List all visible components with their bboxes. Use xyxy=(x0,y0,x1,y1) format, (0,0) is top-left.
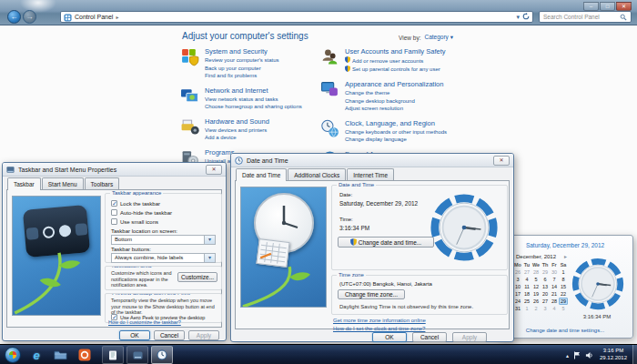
datetime-dialog-tab-additional-clocks[interactable]: Additional Clocks xyxy=(288,168,346,180)
cp-link-adjust-screen-resolution[interactable]: Adjust screen resolution xyxy=(345,105,443,113)
checkbox-lock-the-taskbar[interactable]: Lock the taskbar xyxy=(111,200,160,207)
calendar-day[interactable]: 19 xyxy=(531,290,541,298)
apply-button[interactable]: Apply xyxy=(452,332,487,342)
cp-category-title-appearance-and-personalization[interactable]: Appearance and Personalization xyxy=(345,80,443,88)
calendar-day[interactable]: 15 xyxy=(559,283,568,290)
cancel-button[interactable]: Cancel xyxy=(412,332,447,342)
datetime-dialog-titlebar[interactable]: Date and Time ✕ xyxy=(231,154,513,167)
volume-icon[interactable] xyxy=(585,351,593,359)
cp-link-add-a-device[interactable]: Add a device xyxy=(205,134,269,142)
address-dropdown-icon[interactable]: ▾ xyxy=(516,14,520,21)
calendar-day[interactable]: 8 xyxy=(559,276,568,283)
hardware-sound-icon[interactable] xyxy=(180,117,199,136)
datetime-dialog-taskbar-button[interactable] xyxy=(151,346,173,364)
calendar-day[interactable]: 24 xyxy=(513,298,522,305)
search-icon[interactable] xyxy=(620,14,627,21)
calendar-day[interactable]: 25 xyxy=(522,298,531,305)
calendar-day[interactable]: 30 xyxy=(550,268,559,276)
apply-button[interactable]: Apply xyxy=(188,330,219,340)
cp-link-view-network-status-and-tasks[interactable]: View network status and tasks xyxy=(205,96,302,104)
cp-link-find-and-fix-problems[interactable]: Find and fix problems xyxy=(205,72,279,80)
app-window-button-1[interactable] xyxy=(102,346,124,364)
calendar-day[interactable]: 17 xyxy=(513,290,522,298)
calendar-day[interactable]: 27 xyxy=(522,268,531,276)
calendar-day[interactable]: 5 xyxy=(559,305,568,312)
datetime-dialog-close-icon[interactable]: ✕ xyxy=(493,156,510,166)
calendar-day[interactable]: 29 xyxy=(559,298,568,305)
calendar-day[interactable]: 7 xyxy=(550,276,559,283)
start-button[interactable] xyxy=(5,347,21,363)
cp-category-title-system-and-security[interactable]: System and Security xyxy=(205,47,279,56)
calendar-next-icon[interactable]: ► xyxy=(563,254,568,259)
datetime-dialog-tab-date-and-time[interactable]: Date and Time xyxy=(236,168,287,181)
cp-link-back-up-your-computer[interactable]: Back up your computer xyxy=(205,65,279,73)
calendar-month-label[interactable]: December, 2012 xyxy=(509,254,563,259)
taskbar-dialog-tab-start-menu[interactable]: Start Menu xyxy=(42,177,84,189)
cp-link-change-desktop-background[interactable]: Change desktop background xyxy=(345,97,443,106)
cp-category-title-hardware-and-sound[interactable]: Hardware and Sound xyxy=(205,117,269,126)
calendar-day[interactable]: 28 xyxy=(550,298,559,305)
calendar-day[interactable]: 26 xyxy=(531,298,541,305)
breadcrumb-separator-icon[interactable]: ▸ xyxy=(116,14,118,20)
clock-region-icon[interactable] xyxy=(320,119,339,138)
calendar-day[interactable]: 14 xyxy=(550,283,559,290)
app-window-button-2[interactable] xyxy=(126,346,148,364)
taskbar-dialog-titlebar[interactable]: Taskbar and Start Menu Properties ✕ xyxy=(3,163,226,177)
calendar-day[interactable]: 28 xyxy=(531,268,541,276)
tray-expand-icon[interactable]: ▴ xyxy=(566,352,569,359)
taskbar-dialog-tab-taskbar[interactable]: Taskbar xyxy=(7,177,41,190)
cp-link-change-keyboards-or-other-input-methods[interactable]: Change keyboards or other input methods xyxy=(345,128,447,136)
calendar-day[interactable]: 11 xyxy=(522,283,531,290)
action-center-flag-icon[interactable] xyxy=(573,351,581,359)
calendar-day[interactable]: 5 xyxy=(531,276,541,283)
show-desktop-button[interactable] xyxy=(632,345,637,364)
internet-explorer-icon[interactable]: e xyxy=(29,348,44,362)
calendar-day[interactable]: 1 xyxy=(522,305,531,312)
clock-help-link[interactable]: How do I set the clock and time zone? xyxy=(333,326,425,331)
cp-link-add-or-remove-user-accounts[interactable]: Add or remove user accounts xyxy=(345,56,445,66)
calendar-day[interactable]: 26 xyxy=(513,268,522,276)
explorer-folder-icon[interactable] xyxy=(53,348,67,362)
calendar-day[interactable]: 29 xyxy=(541,268,550,276)
cp-category-title-clock-language-and-region[interactable]: Clock, Language, and Region xyxy=(345,119,447,127)
back-button[interactable]: ← xyxy=(7,10,21,24)
calendar-day[interactable]: 13 xyxy=(541,283,550,290)
forward-button[interactable]: → xyxy=(23,10,36,24)
calendar-day[interactable]: 4 xyxy=(522,276,531,283)
calendar-day[interactable]: 22 xyxy=(559,290,568,298)
user-accounts-icon[interactable] xyxy=(320,47,339,66)
calendar-day[interactable]: 31 xyxy=(513,305,522,312)
cp-link-change-the-theme[interactable]: Change the theme xyxy=(345,89,443,97)
change-datetime-settings-link[interactable]: Change date and time settings... xyxy=(498,328,632,333)
cancel-button[interactable]: Cancel xyxy=(154,330,185,340)
calendar-day[interactable]: 3 xyxy=(541,305,550,312)
calendar-day[interactable]: 2 xyxy=(531,305,541,312)
appearance-icon[interactable] xyxy=(320,80,339,99)
calendar-day[interactable]: 6 xyxy=(541,276,550,283)
view-by-dropdown[interactable]: Category ▾ xyxy=(424,34,452,41)
datetime-dialog-tab-internet-time[interactable]: Internet Time xyxy=(347,168,394,180)
calendar-day[interactable]: 27 xyxy=(541,298,550,305)
change-datetime-button[interactable]: Change date and time... xyxy=(338,237,434,248)
refresh-icon[interactable] xyxy=(522,13,530,21)
ok-button[interactable]: OK xyxy=(372,332,407,342)
cp-link-choose-homegroup-and-sharing-options[interactable]: Choose homegroup and sharing options xyxy=(205,103,302,111)
checkbox-auto-hide-the-taskbar[interactable]: Auto-hide the taskbar xyxy=(111,209,172,216)
taskbar-clock[interactable]: 3:16 PM 29.12.2012 xyxy=(596,347,631,361)
breadcrumb[interactable]: Control Panel xyxy=(75,14,113,20)
ok-button[interactable]: OK xyxy=(119,330,150,340)
taskbar-dialog-tab-toolbars[interactable]: Toolbars xyxy=(85,177,120,189)
cp-link-set-up-parental-controls-for-any-user[interactable]: Set up parental controls for any user xyxy=(345,66,445,75)
taskbar-buttons-select[interactable]: Always combine, hide labels xyxy=(111,253,216,263)
change-timezone-button[interactable]: Change time zone... xyxy=(338,289,405,299)
calendar-day[interactable]: 10 xyxy=(513,283,522,290)
cp-category-title-network-and-internet[interactable]: Network and Internet xyxy=(205,86,302,95)
calendar-day[interactable]: 4 xyxy=(550,305,559,312)
cp-link-change-display-language[interactable]: Change display language xyxy=(345,136,447,144)
search-box[interactable]: Search Control Panel xyxy=(539,11,632,23)
cp-category-title-user-accounts-and-family-safety[interactable]: User Accounts and Family Safety xyxy=(345,47,445,56)
calendar-day[interactable]: 20 xyxy=(541,290,550,298)
cp-link-view-devices-and-printers[interactable]: View devices and printers xyxy=(205,126,269,135)
customize-button[interactable]: Customize... xyxy=(177,272,217,282)
calendar-day[interactable]: 18 xyxy=(522,290,531,298)
